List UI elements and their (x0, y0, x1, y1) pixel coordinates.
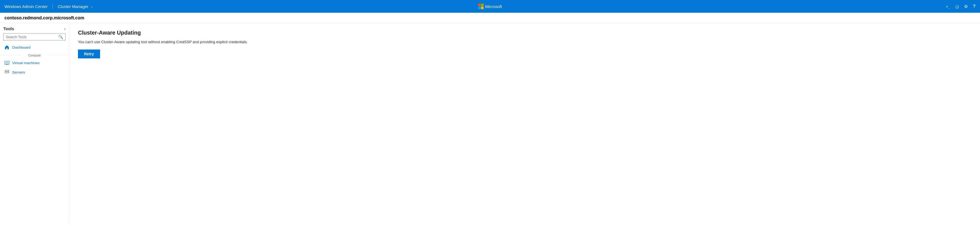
compute-section-label: Compute (0, 52, 69, 58)
content-message: You can't use Cluster-Aware updating too… (78, 40, 971, 44)
topbar-center: Microsoft (478, 3, 502, 9)
home-icon (5, 45, 10, 50)
settings-gear-icon[interactable]: ⚙ (964, 4, 968, 9)
vm-icon (5, 60, 10, 65)
logo-red (478, 3, 481, 6)
sidebar-item-dashboard-label: Dashboard (12, 45, 30, 49)
logo-green (481, 3, 484, 6)
sidebar-header: Tools ‹ (0, 23, 69, 33)
search-icon: 🔍 (58, 35, 63, 39)
search-tools-input[interactable] (6, 35, 58, 39)
sidebar-item-servers[interactable]: Servers (0, 67, 69, 77)
sidebar-item-vm-label: Virtual machines (12, 61, 40, 65)
sidebar: Tools ‹ 🔍 Dashboard Compute (0, 23, 69, 224)
notification-bell-icon[interactable]: ◶ (955, 4, 959, 9)
server-icon (5, 70, 10, 75)
page-title: contoso.redmond.corp.microsoft.com (5, 16, 84, 20)
sidebar-item-dashboard[interactable]: Dashboard (0, 43, 69, 52)
sidebar-item-servers-label: Servers (12, 70, 25, 75)
cluster-manager-label: Cluster Manager (58, 4, 89, 9)
microsoft-label: Microsoft (485, 4, 502, 9)
content-area: Cluster-Aware Updating You can't use Clu… (69, 23, 980, 224)
svg-rect-4 (5, 72, 9, 73)
svg-point-5 (8, 70, 8, 71)
collapse-sidebar-button[interactable]: ‹ (64, 27, 65, 31)
logo-yellow (481, 6, 484, 10)
microsoft-logo (478, 3, 484, 9)
svg-point-6 (8, 72, 8, 73)
sidebar-nav: Dashboard Compute Virtual machines (0, 43, 69, 224)
content-title: Cluster-Aware Updating (78, 30, 971, 36)
chevron-down-icon: ⌄ (91, 5, 93, 8)
svg-rect-3 (5, 70, 9, 72)
logo-blue (478, 6, 481, 10)
topbar: Windows Admin Center Cluster Manager ⌄ M… (0, 0, 980, 13)
topbar-right: >_ ◶ ⚙ ? (946, 4, 975, 9)
svg-rect-1 (5, 61, 9, 63)
main-layout: Tools ‹ 🔍 Dashboard Compute (0, 23, 980, 224)
topbar-left: Windows Admin Center Cluster Manager ⌄ (5, 3, 93, 9)
chevron-left-icon: ‹ (64, 27, 65, 31)
sidebar-item-virtual-machines[interactable]: Virtual machines (0, 58, 69, 67)
app-title: Windows Admin Center (5, 4, 48, 9)
svg-rect-2 (6, 64, 8, 65)
retry-button[interactable]: Retry (78, 49, 100, 58)
topbar-divider (52, 3, 53, 9)
page-header: contoso.redmond.corp.microsoft.com (0, 13, 980, 23)
search-tools-box[interactable]: 🔍 (3, 33, 65, 40)
cluster-manager-menu[interactable]: Cluster Manager ⌄ (58, 4, 93, 9)
sidebar-title: Tools (3, 26, 14, 31)
terminal-icon[interactable]: >_ (946, 5, 950, 9)
help-question-icon[interactable]: ? (973, 4, 975, 9)
